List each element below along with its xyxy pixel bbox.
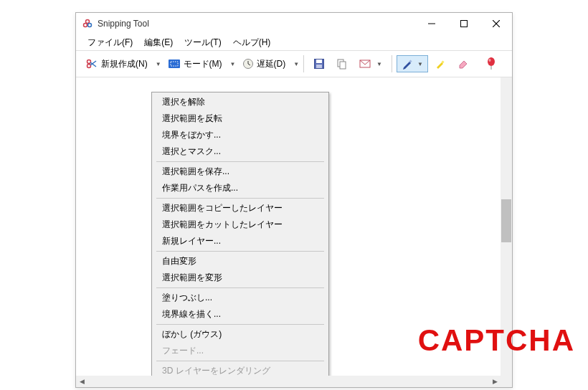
new-dropdown-icon[interactable]: ▼ (156, 61, 161, 67)
context-menu-item[interactable]: 選択範囲を変形 (153, 270, 327, 286)
scissors-icon (85, 57, 98, 70)
watermark-text: CAPTCHA (418, 323, 575, 358)
context-menu-item[interactable]: 新規レイヤー... (153, 233, 327, 249)
context-menu-separator (156, 287, 324, 288)
balloon-button[interactable] (481, 54, 501, 73)
svg-rect-20 (340, 62, 346, 69)
scrollbar-thumb[interactable] (501, 199, 511, 242)
context-menu-item[interactable]: 境界をぼかす... (153, 127, 327, 143)
svg-rect-18 (316, 65, 322, 68)
menu-help[interactable]: ヘルプ(H) (227, 35, 277, 50)
toolbar-separator-2 (392, 55, 392, 72)
svg-point-2 (88, 24, 92, 27)
toolbar: 新規作成(N) ▼ モード(M) ▼ 遅延(D) ▼ (76, 50, 512, 77)
clock-icon (242, 58, 254, 70)
context-menu: 選択を解除選択範囲を反転境界をぼかす...選択とマスク...選択範囲を保存...… (151, 92, 329, 387)
svg-point-1 (84, 24, 87, 27)
context-menu-separator (156, 361, 324, 361)
mode-button[interactable]: モード(M) (163, 55, 227, 73)
eraser-icon (457, 59, 469, 69)
context-menu-item[interactable]: 選択範囲を反転 (153, 110, 327, 127)
svg-point-0 (86, 20, 90, 24)
context-menu-item[interactable]: 選択とマスク... (153, 143, 327, 160)
highlighter-button[interactable] (430, 55, 451, 72)
menubar: ファイル(F) 編集(E) ツール(T) ヘルプ(H) (76, 34, 512, 50)
mail-button[interactable]: ▼ (354, 56, 387, 72)
context-menu-separator (156, 324, 324, 325)
context-menu-item: フェード... (153, 343, 327, 359)
mail-dropdown-icon: ▼ (376, 61, 382, 67)
toolbar-separator (303, 55, 304, 72)
menu-tool[interactable]: ツール(T) (179, 35, 227, 50)
pen-button[interactable]: ▼ (397, 55, 428, 72)
close-button[interactable] (480, 13, 512, 34)
context-menu-item[interactable]: ぼかし (ガウス) (153, 326, 327, 343)
minimize-icon (428, 20, 435, 27)
save-icon (313, 58, 325, 70)
delay-label: 遅延(D) (257, 58, 286, 70)
context-menu-item[interactable]: 自由変形 (153, 253, 327, 270)
save-button[interactable] (308, 55, 330, 72)
pen-icon (402, 58, 413, 70)
svg-point-24 (488, 57, 495, 66)
context-menu-separator (156, 198, 324, 199)
new-snip-button[interactable]: 新規作成(N) (80, 54, 153, 73)
window-title: Snipping Tool (98, 19, 149, 29)
mode-label: モード(M) (184, 58, 222, 70)
scroll-left-icon[interactable]: ◀ (76, 376, 87, 387)
svg-rect-17 (316, 60, 322, 63)
context-menu-item[interactable]: 選択範囲を保存... (153, 163, 327, 180)
horizontal-scrollbar[interactable]: ◀ ▶ (76, 376, 501, 387)
svg-rect-11 (169, 60, 180, 68)
context-menu-item[interactable]: 塗りつぶし... (153, 290, 327, 306)
mail-icon (359, 59, 372, 69)
context-menu-separator (156, 251, 324, 252)
pen-dropdown-icon: ▼ (417, 61, 423, 67)
minimize-button[interactable] (415, 13, 447, 34)
menu-file[interactable]: ファイル(F) (82, 35, 138, 50)
maximize-icon (460, 20, 468, 27)
svg-point-25 (488, 59, 490, 62)
menu-edit[interactable]: 編集(E) (138, 35, 179, 50)
titlebar: Snipping Tool (76, 13, 512, 34)
context-menu-separator (156, 161, 324, 162)
context-menu-item[interactable]: 選択範囲をカットしたレイヤー (153, 217, 327, 233)
delay-button[interactable]: 遅延(D) (237, 55, 291, 73)
mode-dropdown-icon[interactable]: ▼ (230, 61, 236, 67)
maximize-button[interactable] (447, 13, 480, 34)
eraser-button[interactable] (452, 56, 474, 72)
copy-button[interactable] (331, 55, 353, 72)
scroll-right-icon[interactable]: ▶ (489, 376, 501, 387)
mode-icon (168, 59, 181, 69)
context-menu-item[interactable]: 作業用パスを作成... (153, 180, 327, 196)
delay-dropdown-icon[interactable]: ▼ (293, 61, 299, 67)
close-icon (493, 20, 500, 27)
copy-icon (336, 58, 348, 70)
context-menu-item[interactable]: 選択範囲をコピーしたレイヤー (153, 200, 327, 217)
highlighter-icon (435, 58, 446, 70)
balloon-icon (486, 57, 496, 70)
context-menu-item[interactable]: 境界線を描く... (153, 306, 327, 323)
app-icon (82, 18, 93, 29)
context-menu-item[interactable]: 選択を解除 (153, 94, 327, 110)
new-snip-label: 新規作成(N) (101, 58, 148, 70)
svg-rect-4 (460, 21, 467, 27)
